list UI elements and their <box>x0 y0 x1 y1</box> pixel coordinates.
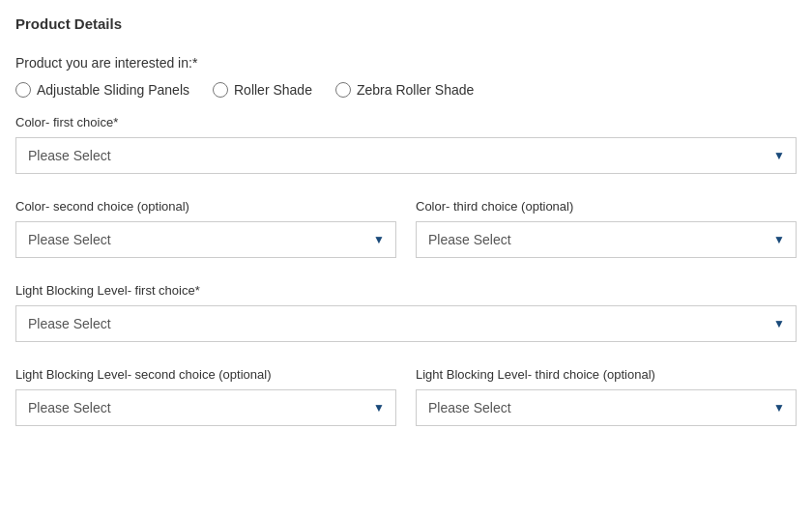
color-second-field: Color- second choice (optional) Please S… <box>15 199 396 258</box>
light-first-label: Light Blocking Level- first choice* <box>15 283 797 298</box>
light-first-select[interactable]: Please Select <box>15 305 797 342</box>
color-third-select[interactable]: Please Select <box>416 221 797 258</box>
light-third-field: Light Blocking Level- third choice (opti… <box>416 367 797 426</box>
light-second-label: Light Blocking Level- second choice (opt… <box>15 367 396 382</box>
color-second-select-wrapper: Please Select ▼ <box>15 221 396 258</box>
light-first-field: Light Blocking Level- first choice* Plea… <box>15 283 797 342</box>
light-first-select-wrapper: Please Select ▼ <box>15 305 797 342</box>
color-third-label: Color- third choice (optional) <box>416 199 797 214</box>
color-third-field: Color- third choice (optional) Please Se… <box>416 199 797 258</box>
color-first-label: Color- first choice* <box>15 115 797 129</box>
radio-adjustable-label: Adjustable Sliding Panels <box>37 82 189 98</box>
color-first-select-wrapper: Please Select ▼ <box>15 137 797 174</box>
page-title: Product Details <box>15 15 797 32</box>
color-third-select-wrapper: Please Select ▼ <box>416 221 797 258</box>
radio-roller-label: Roller Shade <box>234 82 312 98</box>
color-first-field: Color- first choice* Please Select ▼ <box>15 115 797 174</box>
color-second-third-row: Color- second choice (optional) Please S… <box>15 199 797 258</box>
light-third-label: Light Blocking Level- third choice (opti… <box>416 367 797 382</box>
color-second-label: Color- second choice (optional) <box>15 199 396 214</box>
radio-zebra-label: Zebra Roller Shade <box>357 82 474 98</box>
radio-roller[interactable]: Roller Shade <box>213 82 312 98</box>
light-third-select-wrapper: Please Select ▼ <box>416 389 797 426</box>
radio-zebra-input[interactable] <box>335 82 351 98</box>
light-second-select-wrapper: Please Select ▼ <box>15 389 396 426</box>
light-second-select[interactable]: Please Select <box>15 389 396 426</box>
color-first-select[interactable]: Please Select <box>15 137 797 174</box>
color-second-select[interactable]: Please Select <box>15 221 396 258</box>
radio-zebra[interactable]: Zebra Roller Shade <box>335 82 474 98</box>
product-interest-label: Product you are interested in:* <box>15 55 797 71</box>
light-second-third-row: Light Blocking Level- second choice (opt… <box>15 367 797 426</box>
radio-group: Adjustable Sliding Panels Roller Shade Z… <box>15 82 797 98</box>
radio-adjustable[interactable]: Adjustable Sliding Panels <box>15 82 189 98</box>
radio-adjustable-input[interactable] <box>15 82 31 98</box>
light-third-select[interactable]: Please Select <box>416 389 797 426</box>
light-second-field: Light Blocking Level- second choice (opt… <box>15 367 396 426</box>
radio-roller-input[interactable] <box>213 82 228 98</box>
